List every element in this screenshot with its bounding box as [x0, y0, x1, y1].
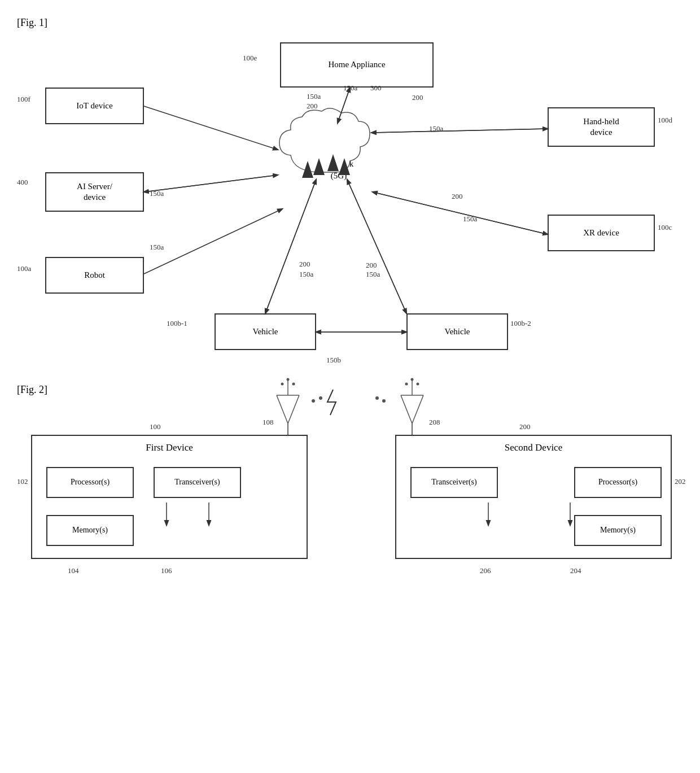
svg-point-39: [319, 396, 322, 400]
vehicle1-box: Vehicle: [215, 313, 316, 350]
ref-150a-bot-left: 150a: [299, 270, 313, 279]
svg-point-34: [405, 383, 408, 386]
svg-line-20: [277, 395, 288, 423]
network-label: Network (5G): [299, 158, 378, 182]
ref-300: 300: [370, 84, 382, 93]
second-device-box: Second Device Transceiver(s) Processor(s…: [395, 435, 672, 559]
vehicle2-box: Vehicle: [406, 313, 508, 350]
ref-150a-left2: 150a: [150, 243, 164, 252]
ref-204: 204: [570, 566, 581, 575]
robot-box: Robot: [45, 257, 144, 294]
svg-line-14: [265, 180, 316, 313]
ref-150a-left1: 150a: [150, 189, 164, 198]
ref-150a-mid-right: 150a: [463, 215, 477, 224]
svg-line-10: [371, 129, 548, 133]
svg-line-9: [144, 209, 282, 274]
ref-150b: 150b: [326, 356, 341, 365]
svg-line-5: [338, 88, 350, 123]
ref-150a-top: 150a: [343, 84, 357, 93]
ref-100b-2: 100b-2: [510, 319, 531, 328]
ref-150a-right: 150a: [429, 124, 443, 133]
svg-line-4: [338, 88, 350, 123]
svg-line-30: [401, 395, 412, 423]
first-device-box: First Device Processor(s) Transceiver(s)…: [31, 435, 308, 559]
ref-206: 206: [480, 566, 491, 575]
ref-104: 104: [68, 566, 79, 575]
svg-line-21: [288, 395, 299, 423]
svg-point-41: [382, 399, 386, 403]
ref-200-mid-right: 200: [452, 192, 463, 201]
ref-200-bot-left: 200: [299, 260, 310, 269]
second-memory-box: Memory(s): [574, 515, 662, 546]
ref-100b-1: 100b-1: [167, 319, 187, 328]
fig2-label: [Fig. 2]: [17, 384, 47, 396]
svg-line-31: [412, 395, 423, 423]
ref-200-top-left: 200: [307, 102, 318, 111]
ref-100: 100: [150, 422, 161, 431]
svg-line-6: [144, 106, 278, 150]
ref-100d: 100d: [658, 116, 672, 125]
ref-106: 106: [161, 566, 172, 575]
svg-point-36: [417, 383, 419, 386]
svg-point-24: [281, 383, 284, 386]
second-transceiver-box: Transceiver(s): [410, 467, 498, 498]
home-appliance-box: Home Appliance: [280, 42, 434, 88]
svg-line-15: [265, 180, 316, 313]
ref-150a-bot: 150a: [366, 270, 380, 279]
first-processor-box: Processor(s): [46, 467, 134, 498]
second-processor-box: Processor(s): [574, 467, 662, 498]
ref-100e: 100e: [243, 54, 257, 63]
ref-150a-top-left: 150a: [307, 92, 321, 101]
ref-100f: 100f: [17, 95, 30, 104]
svg-point-26: [292, 383, 295, 386]
ref-200-top-right: 200: [412, 93, 423, 102]
svg-line-11: [371, 129, 548, 133]
ref-208: 208: [429, 418, 440, 427]
svg-point-35: [411, 378, 414, 381]
ref-200-bot: 200: [366, 261, 377, 270]
iot-device-box: IoT device: [45, 88, 144, 124]
svg-point-40: [375, 396, 379, 400]
svg-point-25: [287, 378, 290, 381]
svg-line-7: [144, 175, 278, 192]
svg-line-16: [347, 180, 406, 313]
first-transceiver-box: Transceiver(s): [154, 467, 241, 498]
svg-line-8: [144, 175, 278, 192]
xr-device-box: XR device: [548, 215, 655, 251]
ref-200-fig2: 200: [519, 422, 531, 431]
fig1-label: [Fig. 1]: [17, 17, 47, 29]
ref-100a: 100a: [17, 264, 31, 273]
svg-line-17: [347, 180, 406, 313]
ref-202: 202: [675, 477, 686, 486]
first-memory-box: Memory(s): [46, 515, 134, 546]
ref-102: 102: [17, 477, 28, 486]
ref-100c: 100c: [658, 223, 672, 232]
svg-point-38: [312, 399, 315, 403]
handheld-box: Hand-held device: [548, 107, 655, 147]
ref-400: 400: [17, 178, 28, 187]
ai-server-box: AI Server/ device: [45, 172, 144, 212]
ref-108: 108: [262, 418, 274, 427]
